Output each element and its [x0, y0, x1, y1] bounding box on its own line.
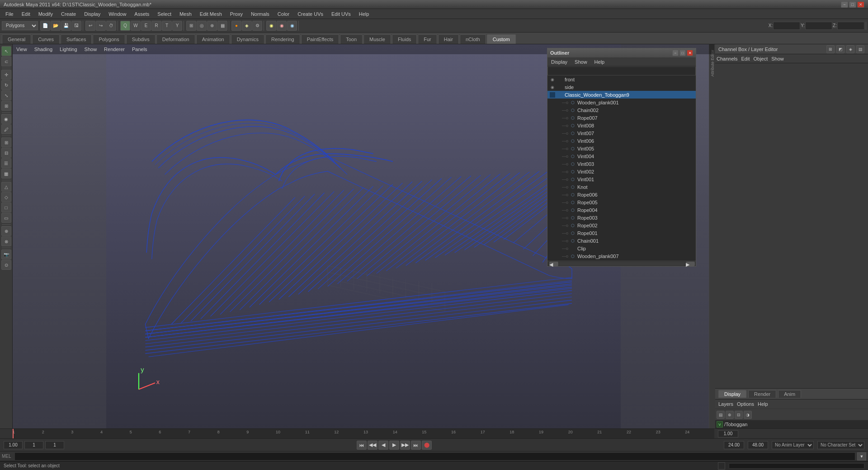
menu-modify[interactable]: Modify — [35, 10, 57, 18]
tab-fur[interactable]: Fur — [418, 34, 437, 44]
outliner-item-side[interactable]: ◉side — [547, 83, 696, 91]
step-fwd-btn[interactable]: ▶▶ — [400, 441, 410, 450]
layout2-btn[interactable]: ⊟ — [1, 148, 11, 158]
outliner-item-rope003[interactable]: —o⬡Rope003 — [547, 214, 696, 221]
channel-btn-2[interactable]: ◩ — [836, 45, 844, 53]
outliner-search-input[interactable] — [550, 67, 693, 75]
outliner-maximize-btn[interactable]: □ — [679, 50, 686, 56]
visibility-icon[interactable] — [555, 238, 561, 244]
menu-edit[interactable]: Edit — [18, 10, 34, 18]
move-btn[interactable]: ✛ — [1, 70, 11, 80]
outliner-horizontal-scroll[interactable]: ◀ ▶ — [547, 261, 696, 266]
tab-deformation[interactable]: Deformation — [156, 34, 195, 44]
outliner-item-vint006[interactable]: —o⬡Vint006 — [547, 137, 696, 145]
layer-tab-display[interactable]: Display — [718, 390, 746, 398]
menu-select[interactable]: Select — [154, 10, 175, 18]
show-menu[interactable]: Show — [771, 56, 784, 61]
soft-mod-btn[interactable]: ◉ — [1, 114, 11, 124]
tab-toon[interactable]: Toon — [340, 34, 363, 44]
visibility-icon[interactable] — [555, 222, 561, 229]
visibility-icon[interactable] — [555, 261, 561, 261]
snap-btn[interactable]: ⊕ — [1, 226, 11, 236]
layer-btn-1[interactable]: ▤ — [717, 411, 725, 419]
open-scene-btn[interactable]: 📂 — [51, 21, 61, 31]
redo-btn[interactable]: ↪ — [96, 21, 106, 31]
mel-input[interactable] — [14, 452, 855, 461]
auto-key-btn[interactable]: ⬤ — [422, 441, 432, 450]
render-settings-btn[interactable]: ⚙ — [252, 21, 262, 31]
snap-view-btn[interactable]: ▦ — [217, 21, 227, 31]
outliner-item-rope004[interactable]: —o⬡Rope004 — [547, 206, 696, 214]
channel-btn-3[interactable]: ◈ — [846, 45, 854, 53]
outliner-menu-display[interactable]: Display — [549, 58, 569, 66]
sculpt-btn[interactable]: 🖊 — [1, 124, 11, 134]
menu-proxy[interactable]: Proxy — [226, 10, 246, 18]
go-to-end-btn[interactable]: ⏭ — [411, 441, 421, 450]
save-scene-btn[interactable]: 💾 — [61, 21, 71, 31]
light1-btn[interactable]: ◉ — [266, 21, 276, 31]
outliner-item-classic_wooden[interactable]: Classic_Wooden_Toboggan9 — [547, 91, 696, 99]
playback-speed-input[interactable] — [24, 441, 43, 449]
visibility-icon[interactable] — [555, 115, 561, 121]
outliner-menu-show[interactable]: Show — [573, 58, 589, 66]
maximize-button[interactable]: □ — [849, 1, 856, 8]
step-back-btn[interactable]: ◀◀ — [368, 441, 377, 450]
options-menu[interactable]: Options — [737, 401, 754, 407]
menu-create-uvs[interactable]: Create UVs — [294, 10, 327, 18]
outliner-minimize-btn[interactable]: − — [672, 50, 679, 56]
timeline-ticks[interactable]: 123456789101112131415161718192021222324 — [13, 429, 714, 438]
render-btn[interactable]: ◈ — [242, 21, 252, 31]
vp-menu-shading[interactable]: Shading — [34, 47, 52, 52]
range-start-input[interactable] — [724, 441, 744, 449]
visibility-icon[interactable] — [555, 184, 561, 190]
outliner-item-vint002[interactable]: —o⬡Vint002 — [547, 168, 696, 175]
menu-create[interactable]: Create — [57, 10, 80, 18]
edit-menu[interactable]: Edit — [741, 56, 750, 61]
visibility-icon[interactable] — [555, 122, 561, 129]
visibility-icon[interactable]: ◉ — [549, 76, 556, 83]
outliner-item-vint007[interactable]: —o⬡Vint007 — [547, 129, 696, 137]
outliner-item-vint008[interactable]: —o⬡Vint008 — [547, 122, 696, 129]
layout3-btn[interactable]: ☰ — [1, 158, 11, 168]
light3-btn[interactable]: ◉ — [287, 21, 297, 31]
object-menu[interactable]: Object — [753, 56, 768, 61]
visibility-icon[interactable] — [555, 161, 561, 167]
menu-edit-mesh[interactable]: Edit Mesh — [196, 10, 226, 18]
tab-surfaces[interactable]: Surfaces — [61, 34, 92, 44]
visibility-icon[interactable]: ◉ — [549, 84, 556, 90]
tab-animation[interactable]: Animation — [196, 34, 230, 44]
outliner-item-clip[interactable]: —oClip — [547, 244, 696, 252]
outliner-item-chain002[interactable]: —o⬡Chain002 — [547, 106, 696, 114]
layout-btn[interactable]: ⊞ — [1, 137, 11, 147]
visibility-icon[interactable] — [549, 92, 556, 98]
scroll-track[interactable] — [559, 262, 685, 266]
visibility-icon[interactable] — [555, 199, 561, 206]
select-tool-btn[interactable]: Q — [120, 21, 130, 31]
menu-edit-uvs[interactable]: Edit UVs — [328, 10, 354, 18]
current-frame-input[interactable] — [718, 430, 738, 437]
channels-menu[interactable]: Channels — [717, 56, 737, 61]
vp-menu-lighting[interactable]: Lighting — [60, 47, 77, 52]
visibility-icon[interactable] — [555, 230, 561, 236]
menu-normals[interactable]: Normals — [247, 10, 273, 18]
visibility-icon[interactable] — [555, 146, 561, 152]
tab-curves[interactable]: Curves — [32, 34, 60, 44]
menu-file[interactable]: File — [2, 10, 17, 18]
vp-menu-show[interactable]: Show — [85, 47, 97, 52]
snap-point-btn[interactable]: ⊕ — [207, 21, 217, 31]
start-frame-input[interactable] — [4, 441, 23, 449]
visibility-icon[interactable] — [555, 192, 561, 198]
channel-btn-1[interactable]: ⊞ — [826, 45, 835, 53]
visibility-icon[interactable] — [555, 215, 561, 221]
mel-history-btn[interactable]: ▼ — [857, 452, 866, 461]
tab-subdivs[interactable]: Subdivs — [126, 34, 156, 44]
lasso-btn[interactable]: ⊂ — [1, 56, 11, 66]
show-geo-btn[interactable]: △ — [1, 182, 11, 192]
show-none-btn[interactable]: ▭ — [1, 213, 11, 223]
scroll-right-btn[interactable]: ▶ — [686, 262, 695, 266]
outliner-item-rope002[interactable]: —o⬡Rope002 — [547, 221, 696, 229]
tab-rendering[interactable]: Rendering — [265, 34, 300, 44]
layer-tab-render[interactable]: Render — [748, 390, 776, 398]
visibility-icon[interactable] — [555, 207, 561, 213]
go-to-start-btn[interactable]: ⏮ — [357, 441, 367, 450]
